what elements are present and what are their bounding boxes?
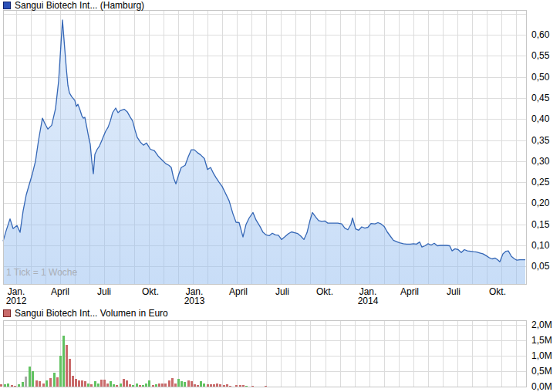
price-y-tick-label: 0,15 bbox=[531, 220, 549, 229]
volume-bar bbox=[155, 384, 157, 387]
x-tick-month-label: April bbox=[219, 287, 258, 296]
volume-bar bbox=[148, 380, 150, 387]
volume-bar bbox=[113, 384, 115, 387]
price-y-tick-label: 0,05 bbox=[531, 262, 549, 271]
volume-y-tick-label: 2,0M bbox=[531, 320, 552, 329]
volume-bar bbox=[132, 385, 134, 387]
volume-bar bbox=[171, 378, 174, 387]
price-legend: Sangui Biotech Int... (Hamburg) bbox=[3, 1, 144, 10]
x-tick-year-label: 2012 bbox=[0, 296, 35, 306]
volume-bar bbox=[223, 385, 225, 387]
volume-bar bbox=[90, 384, 93, 387]
volume-bar bbox=[84, 381, 86, 387]
volume-bar bbox=[35, 380, 38, 387]
x-tick-year-label: 2014 bbox=[349, 296, 387, 306]
volume-bar bbox=[100, 380, 103, 387]
volume-bar bbox=[210, 384, 212, 387]
x-tick-year-label: 2013 bbox=[175, 296, 214, 306]
volume-bar bbox=[94, 381, 96, 387]
x-tick-month-label: April bbox=[41, 287, 79, 296]
x-tick-month-label: Okt. bbox=[478, 287, 517, 296]
volume-bar bbox=[97, 384, 100, 387]
volume-bar bbox=[191, 381, 193, 387]
volume-bar bbox=[72, 376, 74, 387]
volume-bar bbox=[62, 336, 65, 387]
volume-bar bbox=[245, 386, 248, 387]
volume-bar bbox=[203, 384, 205, 387]
price-area-fill bbox=[3, 20, 525, 284]
volume-bar bbox=[103, 380, 106, 387]
volume-bar bbox=[161, 384, 164, 387]
volume-bar bbox=[123, 379, 125, 387]
price-y-tick-label: 0,25 bbox=[531, 177, 549, 187]
volume-bar bbox=[129, 384, 131, 387]
volume-bar bbox=[7, 384, 9, 387]
volume-bar bbox=[251, 386, 254, 387]
x-tick-month-label: Okt. bbox=[131, 287, 170, 296]
x-tick-month-label: Okt. bbox=[305, 287, 344, 296]
volume-y-tick-label: 0,5M bbox=[531, 367, 552, 376]
volume-series-marker-icon bbox=[3, 309, 11, 317]
volume-bar bbox=[200, 381, 202, 387]
volume-bar bbox=[145, 384, 147, 387]
price-y-tick-label: 0,60 bbox=[531, 30, 549, 39]
x-tick-month-label: April bbox=[390, 287, 429, 296]
volume-bar bbox=[56, 377, 59, 387]
volume-bar bbox=[49, 378, 52, 387]
stock-chart-widget: Sangui Biotech Int... (Hamburg) 1 Tick =… bbox=[0, 0, 560, 392]
volume-bar bbox=[265, 386, 267, 387]
volume-y-tick-label: 0,0M bbox=[531, 382, 552, 391]
price-y-tick-label: 0,10 bbox=[531, 241, 549, 250]
price-series-marker-icon bbox=[3, 2, 11, 9]
volume-bar bbox=[239, 385, 241, 387]
volume-bar bbox=[25, 377, 27, 387]
volume-bar bbox=[0, 384, 2, 387]
volume-bar bbox=[213, 384, 215, 387]
volume-bar bbox=[32, 371, 34, 387]
volume-bar bbox=[242, 385, 245, 387]
volume-panel-border bbox=[4, 321, 527, 387]
volume-bar bbox=[75, 379, 77, 387]
price-y-tick-label: 0,55 bbox=[531, 51, 549, 60]
price-y-tick-label: 0,30 bbox=[531, 157, 549, 166]
volume-bar bbox=[29, 367, 31, 387]
volume-bar bbox=[18, 384, 20, 387]
volume-bar bbox=[194, 384, 196, 387]
volume-bar bbox=[226, 384, 228, 387]
price-y-tick-label: 0,50 bbox=[531, 73, 549, 82]
volume-bar bbox=[197, 385, 199, 387]
volume-bar bbox=[142, 385, 144, 387]
volume-bar bbox=[69, 359, 71, 387]
volume-bar bbox=[106, 384, 109, 387]
volume-bar bbox=[53, 373, 56, 387]
volume-bar bbox=[164, 384, 167, 387]
price-y-tick-label: 0,20 bbox=[531, 198, 549, 208]
volume-y-tick-label: 1,0M bbox=[531, 351, 552, 360]
volume-bar bbox=[235, 385, 238, 387]
volume-bar bbox=[139, 385, 141, 387]
volume-bar bbox=[42, 384, 45, 387]
tick-interval-annotation: 1 Tick = 1 Woche bbox=[6, 268, 77, 277]
price-y-tick-label: 0,40 bbox=[531, 114, 549, 123]
volume-bar bbox=[174, 384, 177, 387]
volume-bar bbox=[81, 380, 83, 387]
price-y-tick-label: 0,45 bbox=[531, 93, 549, 103]
volume-bar bbox=[4, 384, 6, 387]
volume-bar bbox=[14, 386, 16, 387]
volume-bar bbox=[207, 384, 209, 387]
x-tick-month-label: Juli bbox=[434, 287, 473, 296]
volume-series-title: Sangui Biotech Int... Volumen in Euro bbox=[15, 309, 168, 318]
volume-bar bbox=[11, 385, 13, 387]
volume-bar bbox=[177, 379, 180, 387]
price-y-tick-label: 0,35 bbox=[531, 136, 549, 145]
volume-bar bbox=[22, 382, 24, 387]
volume-bar bbox=[158, 384, 160, 387]
volume-bar bbox=[46, 380, 48, 387]
volume-bar bbox=[184, 382, 186, 387]
price-series-title: Sangui Biotech Int... (Hamburg) bbox=[15, 1, 144, 10]
volume-bar bbox=[180, 381, 183, 387]
volume-bar bbox=[59, 356, 62, 387]
volume-legend: Sangui Biotech Int... Volumen in Euro bbox=[3, 309, 168, 318]
volume-bar bbox=[152, 385, 154, 387]
volume-bar bbox=[216, 384, 218, 387]
